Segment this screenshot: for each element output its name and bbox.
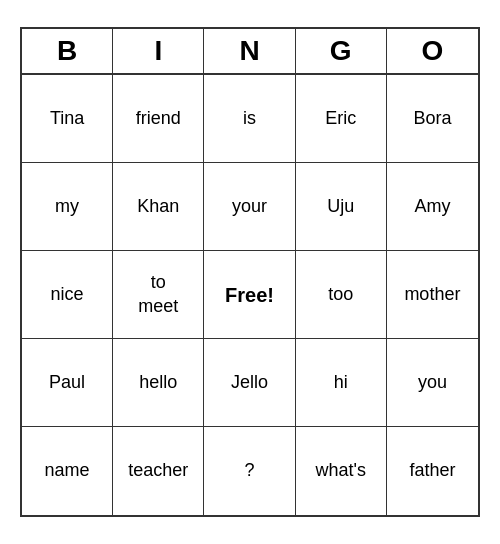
cell-r1-c1: Khan xyxy=(113,163,204,251)
cell-r0-c0: Tina xyxy=(22,75,113,163)
bingo-card: BINGO TinafriendisEricBoramyKhanyourUjuA… xyxy=(20,27,480,517)
cell-r0-c2: is xyxy=(204,75,295,163)
header-cell-I: I xyxy=(113,29,204,73)
cell-r1-c2: your xyxy=(204,163,295,251)
header-cell-O: O xyxy=(387,29,478,73)
cell-r2-c2: Free! xyxy=(204,251,295,339)
cell-r4-c1: teacher xyxy=(113,427,204,515)
cell-r0-c1: friend xyxy=(113,75,204,163)
cell-r3-c3: hi xyxy=(296,339,387,427)
cell-r0-c3: Eric xyxy=(296,75,387,163)
cell-r3-c4: you xyxy=(387,339,478,427)
header-cell-G: G xyxy=(296,29,387,73)
cell-r0-c4: Bora xyxy=(387,75,478,163)
cell-r1-c4: Amy xyxy=(387,163,478,251)
cell-r4-c3: what's xyxy=(296,427,387,515)
cell-r2-c0: nice xyxy=(22,251,113,339)
cell-r2-c4: mother xyxy=(387,251,478,339)
bingo-grid: TinafriendisEricBoramyKhanyourUjuAmynice… xyxy=(22,75,478,515)
cell-r2-c3: too xyxy=(296,251,387,339)
cell-r4-c2: ? xyxy=(204,427,295,515)
cell-r4-c4: father xyxy=(387,427,478,515)
cell-r1-c0: my xyxy=(22,163,113,251)
bingo-header: BINGO xyxy=(22,29,478,75)
header-cell-B: B xyxy=(22,29,113,73)
cell-r1-c3: Uju xyxy=(296,163,387,251)
cell-r2-c1: tomeet xyxy=(113,251,204,339)
header-cell-N: N xyxy=(204,29,295,73)
cell-r3-c1: hello xyxy=(113,339,204,427)
cell-r3-c2: Jello xyxy=(204,339,295,427)
cell-r4-c0: name xyxy=(22,427,113,515)
cell-r3-c0: Paul xyxy=(22,339,113,427)
